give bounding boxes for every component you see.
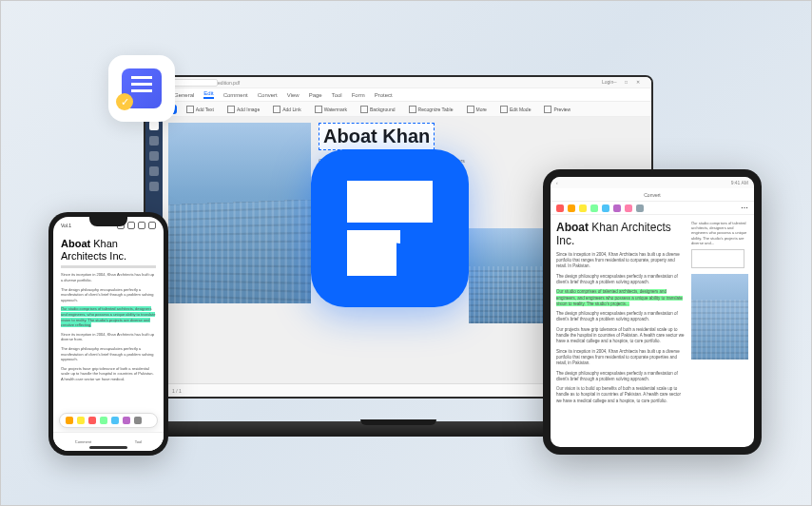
building-image	[168, 123, 311, 303]
login-link[interactable]: Login	[602, 79, 609, 87]
attachments-icon[interactable]	[149, 151, 159, 161]
logo-f-icon	[347, 181, 433, 276]
menu-protect[interactable]: Protect	[375, 92, 393, 98]
app-toolbar: Edit Add Text Add Image Add Link Waterma…	[145, 102, 651, 117]
back-icon[interactable]: ‹	[556, 180, 558, 185]
color-orange[interactable]	[568, 204, 575, 212]
menu-view[interactable]: View	[287, 92, 300, 98]
color-red[interactable]	[88, 417, 96, 424]
color-green[interactable]	[100, 417, 107, 424]
color-pink[interactable]	[625, 204, 632, 212]
add-image-button[interactable]: Add Image	[223, 104, 263, 115]
page-indicator[interactable]: 1 / 1	[172, 388, 182, 394]
phone-paragraph: Since its inception in 2004, Khan Archit…	[61, 332, 156, 342]
minimize-icon[interactable]: ─	[613, 79, 621, 87]
close-icon[interactable]: ✕	[636, 79, 644, 87]
tablet-paragraph: The design philosophy encapsulates perfe…	[556, 371, 686, 383]
menu-tool[interactable]: Tool	[332, 92, 342, 98]
tablet-menu-convert[interactable]: Convert	[644, 192, 661, 198]
phone-document[interactable]: Aboat Khan Architects Inc. Since its inc…	[53, 234, 164, 420]
add-link-button[interactable]: Add Link	[269, 104, 304, 115]
tablet-paragraph: The design philosophy encapsulates perfe…	[556, 274, 686, 286]
color-green[interactable]	[590, 204, 598, 212]
menu-page[interactable]: Page	[309, 92, 322, 98]
color-red[interactable]	[556, 204, 564, 212]
phone-volume-label: Vol.1	[61, 223, 71, 228]
phone-device: Vol.1 Aboat Khan Architects Inc. Since i…	[48, 212, 168, 456]
color-orange[interactable]	[66, 417, 73, 424]
tablet-paragraph: Our vision is to build up benefits of bo…	[556, 386, 686, 404]
tablet-doc-title: Aboat Khan Architects Inc.	[556, 221, 686, 248]
recognize-table-button[interactable]: Recognize Table	[405, 104, 457, 115]
tablet-paragraph: Our projects have grip tolerance of both…	[556, 327, 686, 345]
tablet-document[interactable]: Aboat Khan Architects Inc. Since its inc…	[551, 215, 754, 447]
app-menu: General Edit Comment Convert View Page T…	[145, 88, 651, 102]
tablet-device: ‹ 9:41 AM Convert ⋯ Aboat Khan Architect…	[543, 169, 762, 455]
doc-title-editing[interactable]: Aboat Khan	[319, 123, 435, 150]
list-icon[interactable]	[127, 222, 135, 229]
color-blue[interactable]	[602, 204, 609, 212]
phone-paragraph: The design philosophy encapsulates perfe…	[61, 346, 156, 362]
grid-icon[interactable]	[138, 222, 145, 229]
tablet-building-image	[691, 274, 748, 360]
filename: edition.pdf	[218, 80, 240, 86]
color-gray[interactable]	[636, 204, 644, 212]
phone-paragraph: Our projects have grip tolerance of both…	[61, 366, 156, 382]
checkmark-badge-icon: ✓	[116, 93, 133, 110]
tablet-time: 9:41 AM	[731, 180, 748, 185]
color-gray[interactable]	[134, 417, 142, 424]
menu-convert[interactable]: Convert	[258, 92, 278, 98]
menu-form[interactable]: Form	[352, 92, 365, 98]
phone-paragraph: Since its inception in 2004, Khan Archit…	[61, 272, 156, 282]
comments-icon[interactable]	[149, 166, 159, 176]
tablet-paragraph: The design philosophy encapsulates perfe…	[556, 311, 686, 323]
nav-tool[interactable]: Tool	[135, 439, 142, 444]
more-button[interactable]: More	[463, 104, 491, 115]
menu-comment[interactable]: Comment	[223, 92, 248, 98]
phone-paragraph: The design philosophy encapsulates perfe…	[61, 287, 156, 303]
phone-highlighted: Our studio comprises of talented archite…	[61, 306, 156, 327]
nav-comment[interactable]: Comment	[75, 439, 91, 444]
app-titlebar: edition.pdf Login ─ □ ✕	[145, 77, 651, 88]
color-purple[interactable]	[613, 204, 621, 212]
bookmarks-icon[interactable]	[149, 136, 159, 146]
task-list-icon: ✓	[122, 68, 162, 108]
phone-notch	[89, 217, 127, 226]
tablet-toolbar: ⋯	[551, 202, 754, 215]
edit-mode-button[interactable]: Edit Mode	[496, 104, 535, 115]
home-indicator[interactable]	[89, 446, 127, 449]
more-icon[interactable]: ⋯	[741, 204, 748, 212]
menu-icon[interactable]	[148, 222, 156, 229]
tablet-screen: ‹ 9:41 AM Convert ⋯ Aboat Khan Architect…	[551, 177, 754, 447]
pdf-app-logo	[311, 149, 469, 307]
tablet-menu: Convert	[551, 188, 754, 202]
search-icon[interactable]	[149, 182, 159, 191]
maximize-icon[interactable]: □	[625, 79, 632, 87]
tablet-statusbar: ‹ 9:41 AM	[551, 177, 754, 188]
color-yellow[interactable]	[77, 417, 85, 424]
menu-edit[interactable]: Edit	[203, 90, 213, 99]
color-blue[interactable]	[111, 417, 119, 424]
preview-button[interactable]: Preview	[540, 104, 574, 115]
phone-doc-title: Aboat Khan Architects Inc.	[61, 238, 156, 263]
phone-color-toolbar	[59, 413, 158, 428]
background-button[interactable]: Background	[357, 104, 399, 115]
phone-screen: Vol.1 Aboat Khan Architects Inc. Since i…	[53, 217, 164, 451]
task-list-app-icon: ✓	[108, 55, 175, 122]
thumbnails-icon[interactable]	[149, 121, 159, 130]
color-yellow[interactable]	[579, 204, 587, 212]
tablet-table	[691, 249, 744, 268]
add-text-button[interactable]: Add Text	[183, 104, 218, 115]
color-purple[interactable]	[123, 417, 130, 424]
menu-general[interactable]: General	[174, 92, 194, 98]
tablet-highlighted: Our studio comprises of talented archite…	[556, 289, 686, 307]
tablet-paragraph: Since its inception in 2004, Khan Archit…	[556, 252, 686, 270]
tablet-side-text: Our studio comprises of talented archite…	[691, 221, 748, 245]
watermark-button[interactable]: Watermark	[311, 104, 351, 115]
tablet-paragraph: Since its inception in 2004, Khan Archit…	[556, 349, 686, 367]
